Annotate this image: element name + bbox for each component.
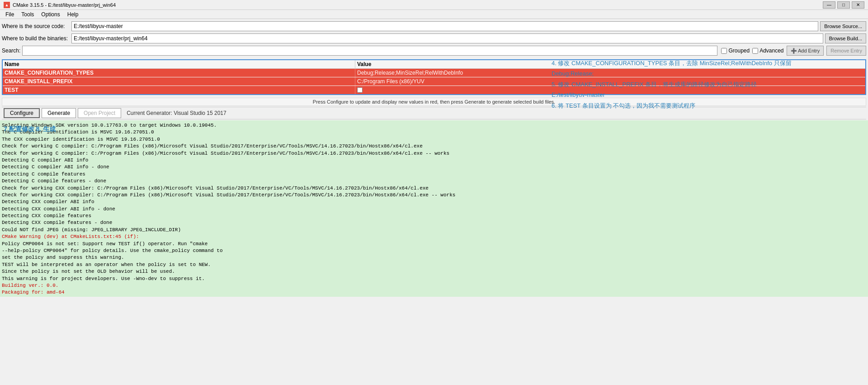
log-line: set the policy and suppress this warning…: [2, 254, 866, 261]
grouped-label: Grouped: [728, 48, 750, 54]
log-line: Check for working C compiler: C:/Program…: [2, 143, 866, 150]
minimize-button[interactable]: —: [823, 1, 835, 9]
configure-button[interactable]: Configure: [4, 108, 40, 118]
cmake-config-types-name: CMAKE_CONFIGURATION_TYPES: [3, 69, 355, 77]
advanced-label: Advanced: [760, 48, 783, 54]
build-label: Where to build the binaries:: [2, 35, 70, 42]
open-project-button: Open Project: [78, 108, 121, 118]
browse-build-button[interactable]: Browse Build...: [825, 33, 866, 43]
advanced-checkbox[interactable]: [752, 48, 758, 54]
log-line: Check for working CXX compiler: C:/Progr…: [2, 185, 866, 192]
annotation-line-1: 4. 修改 CMAKE_CONFIGURATION_TYPES 条目，去除 Mi…: [552, 58, 859, 68]
log-line: Selecting Windows SDK version 10.0.17763…: [2, 122, 866, 129]
annotation-line-5: 6. 将 TEST 条目设置为 不勾选，因为我不需要测试程序: [552, 100, 859, 111]
search-options: Grouped Advanced ➕ Add Entry Remove Entr…: [721, 46, 866, 56]
test-checkbox[interactable]: [357, 87, 363, 93]
menu-bar: File Tools Options Help: [0, 10, 868, 19]
log-line: Policy CMP0064 is not set: Support new T…: [2, 241, 866, 247]
window-controls: — □ ✕: [823, 1, 864, 9]
source-row: Where is the source code: Browse Source.…: [2, 21, 866, 32]
grouped-checkbox[interactable]: [721, 48, 727, 54]
source-label: Where is the source code:: [2, 23, 70, 29]
left-annotation: 7.配置修改 8. 生成: [4, 125, 56, 133]
log-line: Detecting C compile features: [2, 171, 866, 178]
annotation-line-2: Debug;Release;: [552, 68, 859, 79]
title-bar: ▲ CMake 3.15.5 - E:/test/libyuv-master/p…: [0, 0, 868, 10]
log-line: Detecting C compiler ABI info - done: [2, 164, 866, 171]
log-line: Detecting CXX compiler ABI info: [2, 199, 866, 205]
log-line: Detecting C compiler ABI info: [2, 157, 866, 164]
log-line: The CXX compiler identification is MSVC …: [2, 136, 866, 143]
search-label: Search:: [2, 48, 20, 54]
app-icon: ▲: [4, 2, 10, 8]
cmake-install-prefix-name: CMAKE_INSTALL_PREFIX: [3, 77, 355, 86]
log-line: Packaging for: amd-64: [2, 289, 866, 296]
annotation-line-3: 5. 修改 CMAKE_INSTALL_PREFIX 条目，将生成库的路径修改为…: [552, 79, 859, 90]
build-dropdown[interactable]: E:/test/libyuv-master/prj_win64: [71, 33, 823, 43]
add-entry-button[interactable]: ➕ Add Entry: [787, 46, 824, 56]
name-column-header: Name: [3, 60, 355, 68]
grouped-checkbox-group: Grouped: [721, 48, 750, 54]
log-line: Detecting C compile features - done: [2, 178, 866, 185]
annotation-line-4: E:/test/libyuv-master: [552, 90, 859, 100]
advanced-checkbox-group: Advanced: [752, 48, 783, 54]
log-line: Building ver.: 0.0.: [2, 282, 866, 289]
build-row: Where to build the binaries: E:/test/lib…: [2, 33, 866, 44]
menu-file[interactable]: File: [2, 11, 18, 18]
left-annotation-text: 7.配置修改 8. 生成: [4, 125, 56, 133]
log-line: This warning is for project developers. …: [2, 276, 866, 282]
log-line: Check for working C compiler: C:/Program…: [2, 150, 866, 157]
log-line: TEST will be interpreted as an operator …: [2, 261, 866, 268]
search-input[interactable]: [22, 46, 717, 56]
browse-source-button[interactable]: Browse Source...: [820, 21, 866, 31]
log-line: --help-policy CMP0064" for policy detail…: [2, 247, 866, 254]
hint-text: Press Configure to update and display ne…: [313, 99, 555, 105]
log-line: Could NOT find JPEG (missing: JPEG_LIBRA…: [2, 227, 866, 233]
log-line: Configuring done: [2, 296, 866, 297]
source-input[interactable]: [71, 21, 818, 31]
window-title: CMake 3.15.5 - E:/test/libyuv-master/prj…: [13, 2, 823, 8]
menu-tools[interactable]: Tools: [18, 11, 38, 18]
menu-options[interactable]: Options: [38, 11, 63, 18]
generator-label: Current Generator: Visual Studio 15 2017: [127, 110, 226, 116]
log-line: The C compiler identification is MSVC 19…: [2, 129, 866, 136]
annotation-block: 4. 修改 CMAKE_CONFIGURATION_TYPES 条目，去除 Mi…: [552, 58, 859, 111]
generate-button[interactable]: Generate: [42, 108, 76, 118]
menu-help[interactable]: Help: [64, 11, 82, 18]
right-annotations: 4. 修改 CMAKE_CONFIGURATION_TYPES 条目，去除 Mi…: [552, 58, 859, 111]
source-build-section: Where is the source code: Browse Source.…: [0, 19, 868, 59]
log-line: CMake Warning (dev) at CMakeLists.txt:45…: [2, 233, 866, 240]
search-row: Search: Grouped Advanced ➕ Add Entry Rem…: [2, 45, 866, 56]
log-line: Detecting CXX compile features: [2, 213, 866, 219]
log-line: Detecting CXX compiler ABI info - done: [2, 206, 866, 213]
maximize-button[interactable]: □: [837, 1, 850, 9]
remove-entry-button[interactable]: Remove Entry: [826, 46, 866, 56]
log-line: Check for working CXX compiler: C:/Progr…: [2, 192, 866, 199]
test-name: TEST: [3, 86, 355, 94]
close-button[interactable]: ✕: [852, 1, 864, 9]
log-line: Since the policy is not set the OLD beha…: [2, 268, 866, 275]
log-area: Selecting Windows SDK version 10.0.17763…: [0, 120, 868, 297]
log-line: Detecting CXX compile features - done: [2, 219, 866, 226]
